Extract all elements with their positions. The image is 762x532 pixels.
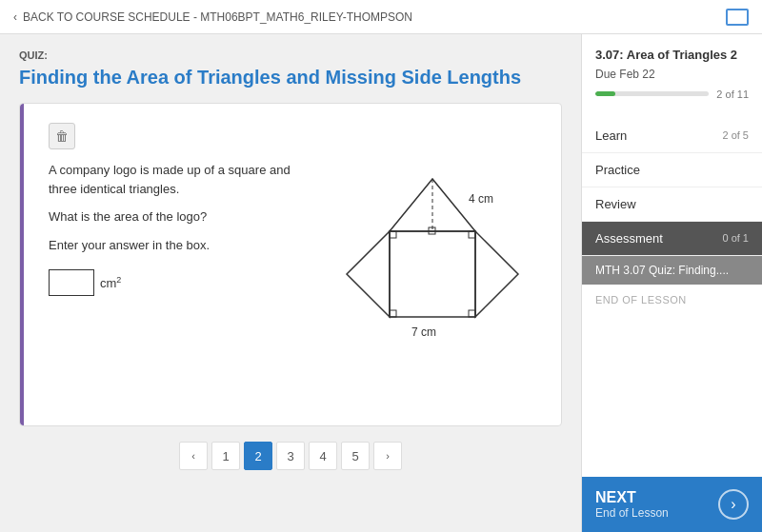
- answer-unit: cm2: [100, 275, 121, 290]
- purple-bar: [20, 104, 24, 425]
- right-sidebar: 3.07: Area of Triangles 2 Due Feb 22 2 o…: [581, 34, 762, 532]
- prev-page-button[interactable]: ‹: [179, 442, 208, 470]
- practice-label: Practice: [595, 163, 640, 177]
- end-of-lesson-label: END OF LESSON: [582, 285, 762, 315]
- sidebar-item-assessment[interactable]: Assessment 0 of 1: [582, 222, 762, 256]
- question-text-3: Enter your answer in the box.: [49, 236, 294, 255]
- main-layout: QUIZ: Finding the Area of Triangles and …: [0, 34, 762, 532]
- next-arrow-icon: ›: [718, 489, 749, 520]
- question-area: 🗑 A company logo is made up of a square …: [39, 123, 294, 406]
- svg-text:4 cm: 4 cm: [469, 192, 493, 206]
- back-label: BACK TO COURSE SCHEDULE - MTH06BPT_MATH6…: [23, 10, 412, 24]
- next-button[interactable]: NEXT End of Lesson ›: [582, 477, 762, 532]
- page-5-button[interactable]: 5: [341, 442, 370, 470]
- left-content: QUIZ: Finding the Area of Triangles and …: [0, 34, 581, 532]
- sidebar-item-practice[interactable]: Practice: [582, 153, 762, 187]
- top-bar: ‹ BACK TO COURSE SCHEDULE - MTH06BPT_MAT…: [0, 0, 762, 34]
- assessment-label: Assessment: [595, 231, 663, 246]
- svg-rect-3: [390, 310, 396, 317]
- sidebar-nav: Learn 2 of 5 Practice Review Assessment …: [582, 119, 762, 477]
- pagination: ‹ 1 2 3 4 5 ›: [19, 442, 562, 470]
- svg-rect-1: [390, 231, 396, 238]
- next-sublabel: End of Lesson: [595, 506, 669, 520]
- page-3-button[interactable]: 3: [276, 442, 305, 470]
- page-2-button[interactable]: 2: [244, 442, 272, 470]
- diagram-area: 4 cm 7 cm: [313, 123, 542, 406]
- page-4-button[interactable]: 4: [309, 442, 337, 470]
- sidebar-header: 3.07: Area of Triangles 2 Due Feb 22 2 o…: [582, 34, 762, 119]
- progress-bar-bg: [595, 91, 709, 96]
- question-text-1: A company logo is made up of a square an…: [49, 161, 294, 198]
- trash-button[interactable]: 🗑: [49, 123, 75, 149]
- sidebar-subitem-quiz[interactable]: MTH 3.07 Quiz: Finding....: [582, 256, 762, 285]
- answer-area: cm2: [49, 269, 294, 296]
- due-date: Due Feb 22: [595, 68, 749, 81]
- progress-text: 2 of 11: [716, 89, 749, 100]
- answer-input[interactable]: [49, 269, 94, 296]
- review-label: Review: [595, 197, 636, 211]
- progress-bar-container: 2 of 11: [595, 89, 749, 100]
- svg-rect-0: [390, 231, 475, 317]
- page-1-button[interactable]: 1: [211, 442, 240, 470]
- back-chevron-icon: ‹: [13, 10, 17, 24]
- lesson-title: 3.07: Area of Triangles 2: [595, 48, 749, 64]
- sidebar-item-learn[interactable]: Learn 2 of 5: [582, 119, 762, 153]
- window-icon[interactable]: [726, 9, 749, 26]
- svg-rect-4: [469, 310, 475, 317]
- quiz-card: 🗑 A company logo is made up of a square …: [19, 103, 562, 426]
- progress-bar-fill: [595, 91, 615, 96]
- next-page-button[interactable]: ›: [373, 442, 402, 470]
- svg-text:7 cm: 7 cm: [411, 325, 436, 339]
- sidebar-item-review[interactable]: Review: [582, 187, 762, 222]
- svg-marker-8: [475, 231, 518, 317]
- learn-count: 2 of 5: [722, 129, 749, 141]
- quiz-title: Finding the Area of Triangles and Missin…: [19, 65, 562, 89]
- quiz-label: QUIZ:: [19, 49, 562, 61]
- svg-rect-2: [469, 231, 475, 238]
- learn-label: Learn: [595, 128, 627, 143]
- svg-marker-9: [347, 231, 390, 317]
- diagram-svg: 4 cm 7 cm: [328, 169, 528, 360]
- next-label: NEXT: [595, 489, 669, 506]
- assessment-count: 0 of 1: [722, 232, 749, 244]
- back-link[interactable]: ‹ BACK TO COURSE SCHEDULE - MTH06BPT_MAT…: [13, 10, 412, 24]
- next-button-text: NEXT End of Lesson: [595, 489, 669, 520]
- question-text-2: What is the area of the logo?: [49, 207, 294, 227]
